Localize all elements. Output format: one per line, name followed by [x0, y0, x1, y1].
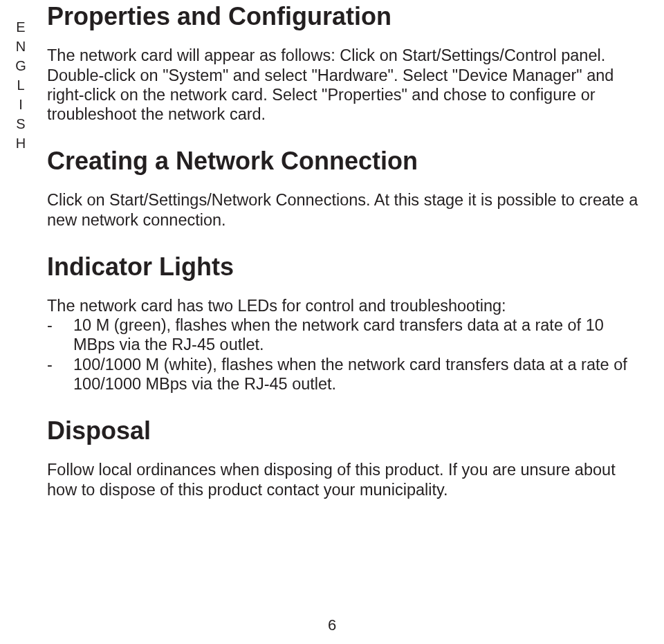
dash-icon: - — [47, 355, 73, 394]
page-number: 6 — [0, 616, 664, 634]
dash-icon: - — [47, 315, 73, 354]
heading-disposal: Disposal — [47, 417, 638, 445]
heading-properties-and-configuration: Properties and Configuration — [47, 3, 638, 30]
language-side-label: ENGLISH — [12, 19, 28, 155]
paragraph-disposal: Follow local ordinances when disposing o… — [47, 460, 638, 499]
page-content: Properties and Configuration The network… — [47, 0, 638, 499]
paragraph-properties: The network card will appear as follows:… — [47, 46, 638, 124]
list-item-text: 100/1000 M (white), flashes when the net… — [73, 355, 638, 394]
list-item: - 100/1000 M (white), flashes when the n… — [47, 355, 638, 394]
heading-indicator-lights: Indicator Lights — [47, 253, 638, 281]
indicator-list: - 10 M (green), flashes when the network… — [47, 315, 638, 394]
list-item-text: 10 M (green), flashes when the network c… — [73, 315, 638, 354]
document-page: ENGLISH Properties and Configuration The… — [0, 0, 664, 644]
list-item: - 10 M (green), flashes when the network… — [47, 315, 638, 354]
paragraph-creating-connection: Click on Start/Settings/Network Connecti… — [47, 190, 638, 229]
paragraph-indicator-intro: The network card has two LEDs for contro… — [47, 296, 638, 315]
heading-creating-network-connection: Creating a Network Connection — [47, 147, 638, 175]
